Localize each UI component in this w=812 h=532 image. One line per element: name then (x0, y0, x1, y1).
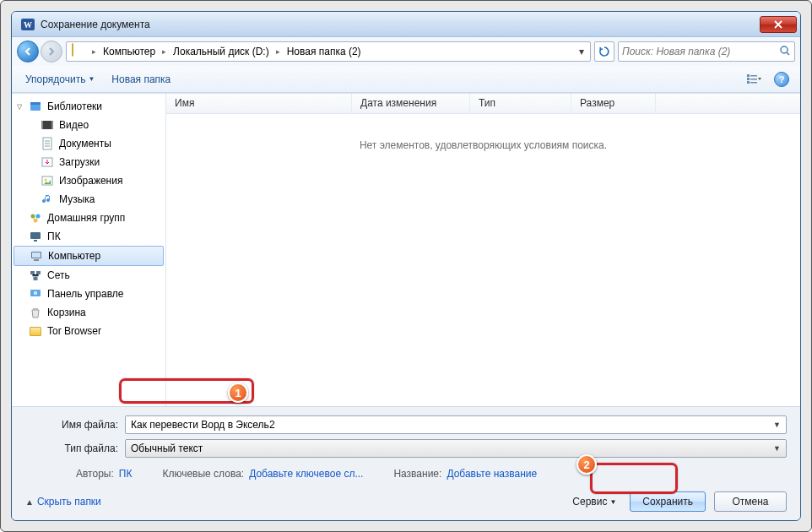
sidebar-item-label: Загрузки (59, 156, 100, 168)
sidebar-item-видео[interactable]: Видео (12, 116, 165, 134)
svg-rect-10 (30, 102, 41, 105)
sidebar-item-корзина[interactable]: Корзина (12, 303, 165, 322)
authors-value[interactable]: ПК (119, 468, 133, 480)
svg-point-20 (34, 219, 38, 223)
close-icon (774, 20, 782, 29)
svg-point-31 (35, 292, 36, 294)
sidebar-item-label: Видео (59, 119, 89, 131)
forward-button[interactable] (41, 41, 62, 62)
close-button[interactable] (760, 16, 797, 33)
filetype-label: Тип файла: (25, 442, 125, 454)
libraries-icon (29, 100, 42, 113)
breadcrumb-folder[interactable]: Новая папка (2) (282, 42, 366, 61)
app-word-icon: W (20, 17, 35, 32)
sidebar-item-музыка[interactable]: Музыка (12, 190, 165, 209)
svg-rect-26 (30, 271, 35, 274)
save-dialog-window: W Сохранение документа ▸ Компьютер ▸ Лок… (11, 11, 801, 521)
column-size[interactable]: Размер (571, 94, 656, 113)
svg-rect-13 (51, 121, 53, 129)
pictures-icon (41, 174, 54, 187)
sidebar-item-домашняя-групп[interactable]: Домашняя групп (12, 209, 165, 227)
main-area: ▽БиблиотекиВидеоДокументыЗагрузкиИзображ… (12, 93, 800, 406)
column-name[interactable]: Имя (166, 94, 352, 113)
svg-rect-25 (34, 259, 39, 261)
sidebar-item-пк[interactable]: ПК (12, 227, 165, 246)
sidebar-item-label: Tor Browser (47, 325, 101, 337)
metadata-row: Авторы:ПК Ключевые слова:Добавьте ключев… (25, 463, 787, 481)
downloads-icon (41, 155, 54, 169)
sidebar-item-label: Документы (59, 138, 111, 149)
filename-label: Имя файла: (25, 419, 125, 431)
sidebar-item-tor-browser[interactable]: Tor Browser (12, 322, 165, 340)
computer-icon (30, 249, 43, 263)
svg-rect-6 (750, 75, 757, 77)
search-input[interactable] (622, 46, 776, 57)
chevron-up-icon: ▲ (25, 497, 34, 507)
sidebar-item-label: Сеть (47, 269, 70, 281)
sidebar-item-загрузки[interactable]: Загрузки (12, 153, 165, 171)
svg-rect-24 (32, 252, 41, 258)
sidebar-item-панель-управле[interactable]: Панель управле (12, 285, 165, 303)
controlpanel-icon (29, 287, 42, 301)
column-headers: Имя Дата изменения Тип Размер (166, 94, 800, 114)
chevron-right-icon: ▸ (160, 47, 168, 56)
sidebar-item-label: Музыка (59, 193, 95, 205)
column-date[interactable]: Дата изменения (352, 94, 470, 113)
svg-rect-21 (30, 232, 41, 239)
cancel-button[interactable]: Отмена (714, 491, 787, 512)
navigation-bar: ▸ Компьютер ▸ Локальный диск (D:) ▸ Нова… (12, 37, 800, 66)
chevron-down-icon[interactable]: ▼ (770, 421, 781, 429)
content-pane: Имя Дата изменения Тип Размер Нет элемен… (166, 94, 800, 406)
keywords-value[interactable]: Добавьте ключевое сл... (249, 468, 363, 480)
sidebar-item-библиотеки[interactable]: ▽Библиотеки (12, 97, 165, 116)
sidebar-item-компьютер[interactable]: Компьютер (14, 246, 164, 266)
svg-rect-8 (750, 82, 757, 84)
new-folder-button[interactable]: Новая папка (105, 70, 177, 89)
title-value[interactable]: Добавьте название (447, 468, 537, 480)
sidebar-item-документы[interactable]: Документы (12, 134, 165, 153)
sidebar-item-label: Компьютер (48, 250, 100, 262)
tools-button[interactable]: Сервис ▼ (567, 493, 621, 510)
svg-rect-5 (747, 81, 750, 84)
footer: ▲ Скрыть папки Сервис ▼ Сохранить Отмена (25, 481, 787, 513)
svg-point-19 (36, 214, 41, 219)
folder-open-icon (72, 44, 87, 59)
sidebar-item-сеть[interactable]: Сеть (12, 266, 165, 285)
breadcrumb-computer[interactable]: Компьютер (98, 42, 160, 61)
hide-folders-link[interactable]: ▲ Скрыть папки (25, 496, 101, 508)
svg-rect-7 (750, 79, 757, 80)
organize-button[interactable]: Упорядочить▼ (19, 70, 101, 89)
chevron-down-icon[interactable]: ▼ (770, 444, 781, 453)
refresh-icon (598, 46, 610, 57)
documents-icon (41, 137, 54, 150)
breadcrumb-dropdown[interactable]: ▾ (575, 46, 588, 57)
sidebar-item-label: Библиотеки (47, 100, 102, 112)
column-type[interactable]: Тип (470, 94, 571, 113)
sidebar: ▽БиблиотекиВидеоДокументыЗагрузкиИзображ… (12, 94, 166, 406)
sidebar-item-изображения[interactable]: Изображения (12, 171, 165, 190)
svg-rect-3 (747, 74, 750, 77)
svg-rect-4 (747, 78, 750, 80)
filetype-dropdown[interactable]: Обычный текст ▼ (125, 439, 787, 458)
toolbar: Упорядочить▼ Новая папка ? (12, 66, 800, 93)
help-button[interactable]: ? (770, 70, 793, 89)
arrow-right-icon (46, 46, 57, 57)
filename-field[interactable]: ▼ (125, 415, 787, 434)
bottom-panel: Имя файла: ▼ Тип файла: Обычный текст ▼ … (12, 406, 800, 520)
help-icon: ? (774, 72, 789, 87)
chevron-down-icon: ▽ (17, 103, 22, 111)
filename-input[interactable] (131, 419, 770, 431)
svg-rect-28 (34, 277, 38, 280)
breadcrumb-drive-d[interactable]: Локальный диск (D:) (168, 42, 274, 61)
svg-point-17 (45, 179, 47, 182)
breadcrumb[interactable]: ▸ Компьютер ▸ Локальный диск (D:) ▸ Нова… (66, 41, 591, 62)
music-icon (41, 193, 54, 206)
refresh-button[interactable] (594, 41, 614, 62)
empty-message: Нет элементов, удовлетворяющих условиям … (166, 114, 800, 406)
chevron-right-icon: ▸ (274, 47, 282, 56)
back-button[interactable] (17, 41, 39, 62)
view-options-button[interactable] (743, 70, 766, 89)
save-button[interactable]: Сохранить (630, 491, 706, 512)
search-box[interactable] (618, 41, 795, 62)
folder-icon (29, 324, 42, 338)
